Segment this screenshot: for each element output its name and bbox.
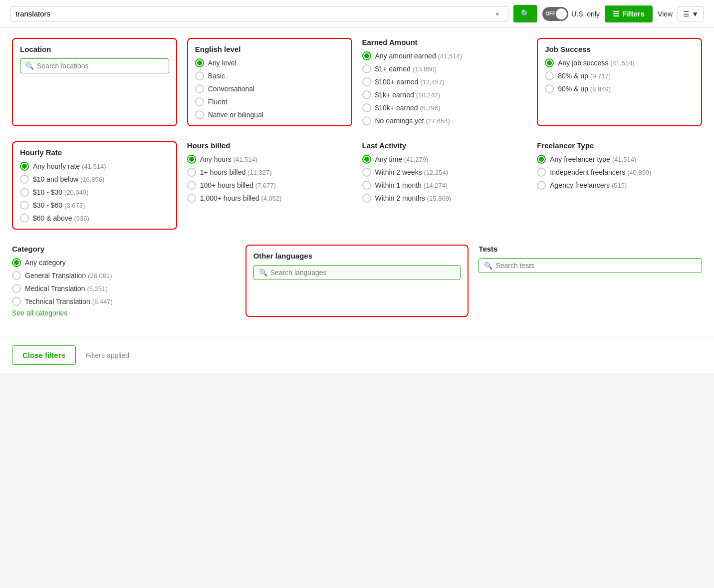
earned-none[interactable]: No earnings yet (27,654) <box>362 116 527 125</box>
english-level-section: English level Any level Basic Conversati… <box>187 38 352 126</box>
earned-any-label: Any amount earned (41,514) <box>375 52 463 60</box>
job-success-90[interactable]: 90% & up (8,949) <box>545 84 694 93</box>
languages-search-input[interactable] <box>270 269 456 277</box>
radio-activity-1month[interactable] <box>362 181 371 190</box>
radio-category-any[interactable] <box>12 258 21 267</box>
radio-earned-10kplus[interactable] <box>362 103 371 112</box>
radio-hourly-10below[interactable] <box>20 175 29 184</box>
radio-hourly-60above[interactable] <box>20 214 29 223</box>
hourly-rate-30-60[interactable]: $30 - $60 (3,673) <box>20 201 169 210</box>
hourly-rate-60above[interactable]: $60 & above (936) <box>20 214 169 223</box>
languages-search-box[interactable]: 🔍 <box>253 265 461 280</box>
freelancer-type-agency[interactable]: Agency freelancers (615) <box>537 181 702 190</box>
earned-amount-options: Any amount earned (41,514) $1+ earned (1… <box>362 51 527 125</box>
see-all-categories-link[interactable]: See all categories <box>12 309 67 317</box>
radio-activity-2months[interactable] <box>362 194 371 203</box>
category-general[interactable]: General Translation (26,081) <box>12 271 236 280</box>
radio-earned-1plus[interactable] <box>362 64 371 73</box>
radio-hours-100plus[interactable] <box>187 181 196 190</box>
filters-button[interactable]: ☰ Filters <box>605 5 653 22</box>
earned-1kplus-label: $1k+ earned (10,242) <box>375 91 441 99</box>
hourly-rate-10-30-label: $10 - $30 (20,049) <box>33 188 88 196</box>
search-chevron-icon[interactable]: ▾ <box>495 10 499 18</box>
english-level-conversational[interactable]: Conversational <box>195 84 344 93</box>
english-level-any[interactable]: Any level <box>195 58 344 67</box>
radio-hours-any[interactable] <box>187 155 196 164</box>
hourly-rate-10-30[interactable]: $10 - $30 (20,049) <box>20 188 169 197</box>
close-filters-button[interactable]: Close filters <box>12 345 76 365</box>
hours-billed-100plus[interactable]: 100+ hours billed (7,677) <box>187 181 352 190</box>
job-success-90-label: 90% & up (8,949) <box>558 85 611 93</box>
radio-job-success-90[interactable] <box>545 84 554 93</box>
radio-activity-any[interactable] <box>362 155 371 164</box>
filters-row-3: Category Any category General Translatio… <box>12 245 702 317</box>
freelancer-type-any[interactable]: Any freelancer type (41,514) <box>537 155 702 164</box>
search-button[interactable]: 🔍 <box>513 5 537 22</box>
radio-any-level[interactable] <box>195 58 204 67</box>
hourly-rate-any-label: Any hourly rate (41,514) <box>33 162 106 170</box>
job-success-80[interactable]: 80% & up (9,717) <box>545 71 694 80</box>
last-activity-2months[interactable]: Within 2 months (15,809) <box>362 194 527 203</box>
radio-earned-1kplus[interactable] <box>362 90 371 99</box>
search-wrapper: ▾ <box>10 6 508 21</box>
radio-job-success-any[interactable] <box>545 58 554 67</box>
radio-freelancer-any[interactable] <box>537 155 546 164</box>
hours-billed-any[interactable]: Any hours (41,514) <box>187 155 352 164</box>
radio-freelancer-agency[interactable] <box>537 181 546 190</box>
category-medical[interactable]: Medical Translation (5,251) <box>12 284 236 293</box>
last-activity-title: Last Activity <box>362 141 527 150</box>
radio-conversational[interactable] <box>195 84 204 93</box>
freelancer-type-options: Any freelancer type (41,514) Independent… <box>537 155 702 190</box>
radio-hours-1000plus[interactable] <box>187 194 196 203</box>
radio-hourly-any[interactable] <box>20 162 29 171</box>
category-any[interactable]: Any category <box>12 258 236 267</box>
freelancer-type-independent[interactable]: Independent freelancers (40,899) <box>537 168 702 177</box>
radio-hourly-10-30[interactable] <box>20 188 29 197</box>
languages-search-icon: 🔍 <box>259 269 267 277</box>
english-level-fluent[interactable]: Fluent <box>195 97 344 106</box>
radio-category-medical[interactable] <box>12 284 21 293</box>
last-activity-2weeks[interactable]: Within 2 weeks (12,254) <box>362 168 527 177</box>
english-level-native-label: Native or bilingual <box>208 111 263 119</box>
hourly-rate-10below[interactable]: $10 and below (16,856) <box>20 175 169 184</box>
last-activity-1month[interactable]: Within 1 month (14,274) <box>362 181 527 190</box>
location-search-box[interactable]: 🔍 <box>20 58 169 73</box>
radio-earned-none[interactable] <box>362 116 371 125</box>
category-section: Category Any category General Translatio… <box>12 245 236 317</box>
radio-job-success-80[interactable] <box>545 71 554 80</box>
radio-native[interactable] <box>195 110 204 119</box>
earned-amount-title: Earned Amount <box>362 38 527 46</box>
radio-category-technical[interactable] <box>12 297 21 306</box>
hourly-rate-any[interactable]: Any hourly rate (41,514) <box>20 162 169 171</box>
english-level-basic[interactable]: Basic <box>195 71 344 80</box>
category-technical[interactable]: Technical Translation (8,447) <box>12 297 236 306</box>
radio-activity-2weeks[interactable] <box>362 168 371 177</box>
earned-1kplus[interactable]: $1k+ earned (10,242) <box>362 90 527 99</box>
radio-category-general[interactable] <box>12 271 21 280</box>
earned-any[interactable]: Any amount earned (41,514) <box>362 51 527 60</box>
location-search-input[interactable] <box>37 62 164 70</box>
tests-search-box[interactable]: 🔍 <box>478 258 702 273</box>
last-activity-any[interactable]: Any time (41,279) <box>362 155 527 164</box>
main-search-input[interactable] <box>15 9 495 18</box>
hours-billed-1plus[interactable]: 1+ hours billed (11,327) <box>187 168 352 177</box>
radio-hours-1plus[interactable] <box>187 168 196 177</box>
list-view-button[interactable]: ☰ ▼ <box>678 6 704 21</box>
radio-earned-100plus[interactable] <box>362 77 371 86</box>
tests-search-input[interactable] <box>495 262 697 270</box>
radio-earned-any[interactable] <box>362 51 371 60</box>
hours-billed-1000plus[interactable]: 1,000+ hours billed (4,052) <box>187 194 352 203</box>
us-only-toggle[interactable]: OFF <box>542 7 568 21</box>
radio-freelancer-independent[interactable] <box>537 168 546 177</box>
job-success-any[interactable]: Any job success (41,514) <box>545 58 694 67</box>
english-level-native[interactable]: Native or bilingual <box>195 110 344 119</box>
radio-basic[interactable] <box>195 71 204 80</box>
earned-10kplus[interactable]: $10k+ earned (5,796) <box>362 103 527 112</box>
earned-1plus[interactable]: $1+ earned (13,860) <box>362 64 527 73</box>
search-magnifier-icon: 🔍 <box>520 9 530 18</box>
earned-100plus[interactable]: $100+ earned (12,457) <box>362 77 527 86</box>
category-title: Category <box>12 245 236 253</box>
radio-fluent[interactable] <box>195 97 204 106</box>
hourly-rate-options: Any hourly rate (41,514) $10 and below (… <box>20 162 169 223</box>
radio-hourly-30-60[interactable] <box>20 201 29 210</box>
